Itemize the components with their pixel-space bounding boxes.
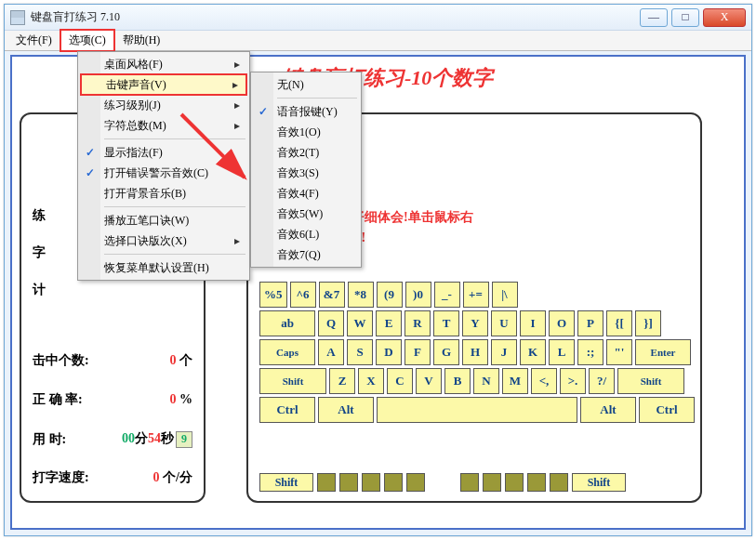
key-A[interactable]: A: [318, 339, 344, 365]
key-D[interactable]: D: [376, 339, 402, 365]
key-|\[interactable]: |\: [492, 282, 518, 308]
close-button[interactable]: X: [703, 8, 746, 27]
menu-item-show-fingering[interactable]: ✓显示指法(F): [80, 142, 247, 163]
menu-item-sound-fx1[interactable]: 音效1(O): [253, 122, 359, 142]
menubar: 文件(F) 选项(C) 帮助(H): [5, 31, 751, 51]
finger-shift-left[interactable]: Shift: [259, 473, 313, 492]
key-Ctrl[interactable]: Ctrl: [259, 397, 315, 423]
menu-item-sound-fx2[interactable]: 音效2(T): [253, 142, 359, 163]
key-?/[interactable]: ?/: [589, 368, 615, 394]
menu-item-level[interactable]: 练习级别(J)▸: [80, 95, 247, 115]
key-ab[interactable]: ab: [259, 310, 315, 336]
key-N[interactable]: N: [473, 368, 499, 394]
key-:;[interactable]: :;: [577, 339, 603, 365]
key-Ctrl[interactable]: Ctrl: [639, 397, 695, 423]
key-}][interactable]: }]: [635, 310, 661, 336]
key-K[interactable]: K: [520, 339, 546, 365]
key-B[interactable]: B: [444, 368, 471, 394]
key-X[interactable]: X: [358, 368, 384, 394]
finger-box: [505, 473, 524, 492]
key-I[interactable]: I: [520, 310, 546, 336]
key-Shift[interactable]: Shift: [259, 368, 326, 394]
key-S[interactable]: S: [347, 339, 373, 365]
key-Z[interactable]: Z: [329, 368, 355, 394]
stats-label-hits: 击中个数:: [33, 352, 89, 369]
stats-val-hits: 0: [170, 353, 177, 367]
stats-time-sec: 54: [148, 431, 161, 445]
menu-item-sound-fx7[interactable]: 音效7(Q): [253, 244, 359, 265]
menu-item-style[interactable]: 桌面风格(F)▸: [80, 54, 247, 74]
titlebar[interactable]: 键盘盲打练习 7.10 — □ X: [5, 5, 751, 31]
finger-box: [460, 473, 479, 492]
key-"'[interactable]: "': [606, 339, 632, 365]
app-window: 键盘盲打练习 7.10 — □ X 文件(F) 选项(C) 帮助(H) 键盘盲打…: [4, 4, 752, 536]
key-V[interactable]: V: [416, 368, 442, 394]
menu-item-wubi[interactable]: 播放五笔口诀(W): [80, 210, 247, 230]
stats-label-speed: 打字速度:: [33, 469, 89, 486]
stats-time-min: 00: [122, 431, 135, 445]
window-title: 键盘盲打练习 7.10: [31, 9, 640, 25]
key-^6[interactable]: ^6: [290, 282, 316, 308]
menu-item-sound[interactable]: 击键声音(V)▸: [80, 73, 247, 96]
key-(9[interactable]: (9: [377, 282, 403, 308]
keyboard: %5^6&7*8(9)0_-+=|\ abQWERTYUIOP{[}] Caps…: [259, 282, 695, 426]
menu-item-sound-fx3[interactable]: 音效3(S): [253, 163, 359, 183]
key-Y[interactable]: Y: [462, 310, 488, 336]
menu-item-sound-none[interactable]: 无(N): [253, 74, 359, 95]
finger-box: [406, 473, 425, 492]
finger-box: [527, 473, 546, 492]
menu-item-sound-fx6[interactable]: 音效6(L): [253, 224, 359, 244]
key-*8[interactable]: *8: [348, 282, 374, 308]
key-{[[interactable]: {[: [606, 310, 632, 336]
key-_-[interactable]: _-: [434, 282, 460, 308]
stats-label-acc: 正 确 率:: [33, 391, 83, 408]
key-Shift[interactable]: Shift: [617, 368, 684, 394]
key-F[interactable]: F: [405, 339, 431, 365]
menu-file[interactable]: 文件(F): [8, 31, 60, 50]
key-J[interactable]: J: [491, 339, 517, 365]
key-Q[interactable]: Q: [318, 310, 344, 336]
stats-label-practice: 练: [33, 207, 46, 224]
key-M[interactable]: M: [502, 368, 528, 394]
key->.[interactable]: >.: [560, 368, 586, 394]
key-E[interactable]: E: [376, 310, 402, 336]
finger-box: [483, 473, 501, 492]
key-+=[interactable]: +=: [463, 282, 489, 308]
key-Alt[interactable]: Alt: [580, 397, 636, 423]
key-%5[interactable]: %5: [259, 282, 287, 308]
key-W[interactable]: W: [347, 310, 373, 336]
key-H[interactable]: H: [462, 339, 488, 365]
stats-val-speed: 0: [153, 470, 160, 484]
key-Caps[interactable]: Caps: [259, 339, 315, 365]
key-<,[interactable]: <,: [531, 368, 557, 394]
key-)0[interactable]: )0: [405, 282, 431, 308]
key-P[interactable]: P: [577, 310, 603, 336]
key-U[interactable]: U: [491, 310, 517, 336]
finger-box: [550, 473, 568, 492]
key-T[interactable]: T: [433, 310, 459, 336]
menu-item-select-wubi[interactable]: 选择口诀版次(X)▸: [80, 230, 247, 251]
menu-item-restore[interactable]: 恢复菜单默认设置(H): [80, 257, 247, 278]
minimize-button[interactable]: —: [640, 8, 668, 27]
key-C[interactable]: C: [387, 368, 413, 394]
key-space[interactable]: [377, 397, 577, 423]
menu-help[interactable]: 帮助(H): [115, 31, 168, 50]
key-&7[interactable]: &7: [319, 282, 345, 308]
menu-item-error-sound[interactable]: ✓打开错误警示音效(C): [80, 163, 247, 183]
menu-item-sound-voice[interactable]: ✓语音报键(Y): [253, 101, 359, 122]
menu-options[interactable]: 选项(C): [60, 29, 115, 52]
maximize-button[interactable]: □: [671, 8, 699, 27]
menu-item-total[interactable]: 字符总数(M)▸: [80, 115, 247, 136]
key-Alt[interactable]: Alt: [318, 397, 374, 423]
menu-item-sound-fx5[interactable]: 音效5(W): [253, 204, 359, 224]
stats-time-extra: 9: [176, 431, 192, 448]
key-L[interactable]: L: [549, 339, 575, 365]
key-G[interactable]: G: [433, 339, 459, 365]
key-Enter[interactable]: Enter: [635, 339, 691, 365]
finger-shift-right[interactable]: Shift: [572, 473, 626, 492]
key-R[interactable]: R: [405, 310, 431, 336]
stats-label-time: 用 时:: [33, 431, 66, 448]
menu-item-bg-music[interactable]: 打开背景音乐(B): [80, 183, 247, 204]
menu-item-sound-fx4[interactable]: 音效4(F): [253, 183, 359, 204]
key-O[interactable]: O: [549, 310, 575, 336]
